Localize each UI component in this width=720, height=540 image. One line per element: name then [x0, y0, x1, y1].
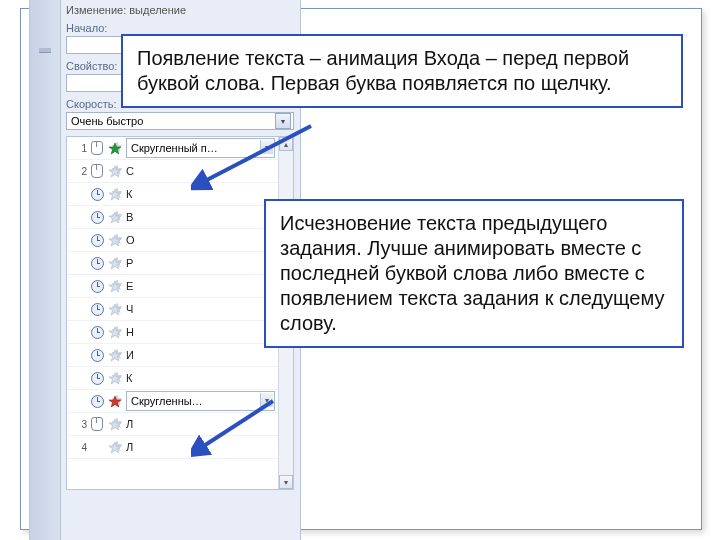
clock-icon [87, 211, 107, 224]
speed-value: Очень быстро [71, 115, 143, 127]
item-label: К [126, 372, 279, 384]
item-label: Р [126, 257, 279, 269]
effect-star-icon [107, 211, 123, 224]
list-item[interactable]: 3Л [67, 413, 279, 436]
item-index: 3 [71, 419, 87, 430]
item-label: К [126, 188, 279, 200]
callout-entrance-text: Появление текста – анимация Входа – пере… [137, 47, 629, 94]
item-label: Н [126, 326, 279, 338]
effect-star-icon [107, 395, 123, 408]
item-label: И [126, 349, 279, 361]
item-index: 1 [71, 143, 87, 154]
clock-icon [87, 303, 107, 316]
item-label: Л [126, 418, 279, 430]
grip-icon [39, 48, 51, 53]
speed-combo[interactable]: Очень быстро ▾ [66, 112, 294, 130]
effect-star-icon [107, 142, 123, 155]
item-label: С [126, 165, 279, 177]
clock-icon [87, 234, 107, 247]
item-label: В [126, 211, 279, 223]
item-label: Е [126, 280, 279, 292]
clock-icon [87, 372, 107, 385]
list-item[interactable]: И [67, 344, 279, 367]
clock-icon [87, 188, 107, 201]
list-item[interactable]: О [67, 229, 279, 252]
item-chip[interactable]: Скругленный п…▾ [126, 138, 275, 158]
callout-exit-text: Исчезновение текста предыдущего задания.… [280, 212, 664, 334]
effect-star-icon [107, 441, 123, 454]
clock-icon [87, 280, 107, 293]
item-label: Л [126, 441, 279, 453]
list-item[interactable]: Е [67, 275, 279, 298]
list-item[interactable]: К [67, 367, 279, 390]
callout-entrance: Появление текста – анимация Входа – пере… [121, 34, 683, 108]
clock-icon [87, 395, 107, 408]
clock-icon [87, 349, 107, 362]
animation-list: 1Скругленный п…▾2СКВОРЕЧНИКСкругленны…▾3… [66, 136, 294, 490]
list-item[interactable]: Скругленны…▾ [67, 390, 279, 413]
clock-icon [87, 326, 107, 339]
mouse-icon [87, 417, 107, 431]
item-label: О [126, 234, 279, 246]
effect-star-icon [107, 418, 123, 431]
list-item[interactable]: Р [67, 252, 279, 275]
item-index: 2 [71, 166, 87, 177]
effect-star-icon [107, 326, 123, 339]
item-chip[interactable]: Скругленны…▾ [126, 391, 275, 411]
list-item[interactable]: Ч [67, 298, 279, 321]
list-item[interactable]: К [67, 183, 279, 206]
effect-star-icon [107, 234, 123, 247]
pane-gutter [30, 0, 61, 540]
callout-exit: Исчезновение текста предыдущего задания.… [264, 199, 684, 348]
scroll-down-icon[interactable]: ▾ [279, 475, 293, 489]
effect-star-icon [107, 372, 123, 385]
scroll-up-icon[interactable]: ▴ [279, 137, 293, 151]
list-item[interactable]: В [67, 206, 279, 229]
list-item[interactable]: 1Скругленный п…▾ [67, 137, 279, 160]
item-label: Скругленны… [131, 395, 203, 407]
mouse-icon [87, 164, 107, 178]
list-item[interactable]: Н [67, 321, 279, 344]
list-item[interactable]: 2С [67, 160, 279, 183]
chevron-down-icon: ▾ [275, 113, 291, 129]
effect-header: Изменение: выделение [66, 4, 294, 16]
slide-frame: Изменение: выделение Начало: Свойство: С… [20, 8, 702, 530]
start-label: Начало: [66, 22, 294, 34]
effect-star-icon [107, 303, 123, 316]
mouse-icon [87, 141, 107, 155]
effect-star-icon [107, 280, 123, 293]
item-index: 4 [71, 442, 87, 453]
item-label: Скругленный п… [131, 142, 218, 154]
chevron-down-icon[interactable]: ▾ [260, 393, 273, 407]
list-item[interactable]: 4Л [67, 436, 279, 459]
clock-icon [87, 257, 107, 270]
item-label: Ч [126, 303, 279, 315]
effect-star-icon [107, 349, 123, 362]
chevron-down-icon[interactable]: ▾ [260, 140, 273, 154]
effect-star-icon [107, 165, 123, 178]
effect-star-icon [107, 257, 123, 270]
effect-star-icon [107, 188, 123, 201]
